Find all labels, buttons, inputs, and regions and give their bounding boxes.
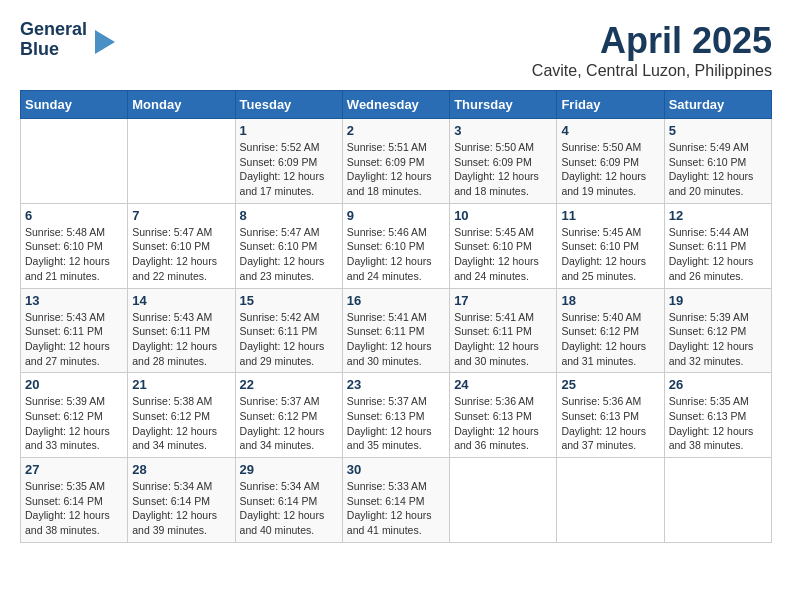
day-info: Sunrise: 5:45 AMSunset: 6:10 PMDaylight:… (561, 225, 659, 284)
calendar-week-row: 13Sunrise: 5:43 AMSunset: 6:11 PMDayligh… (21, 288, 772, 373)
calendar-cell: 25Sunrise: 5:36 AMSunset: 6:13 PMDayligh… (557, 373, 664, 458)
day-number: 10 (454, 208, 552, 223)
calendar-week-row: 1Sunrise: 5:52 AMSunset: 6:09 PMDaylight… (21, 119, 772, 204)
day-number: 11 (561, 208, 659, 223)
day-info: Sunrise: 5:36 AMSunset: 6:13 PMDaylight:… (454, 394, 552, 453)
day-info: Sunrise: 5:41 AMSunset: 6:11 PMDaylight:… (454, 310, 552, 369)
weekday-header: Tuesday (235, 91, 342, 119)
calendar-cell: 21Sunrise: 5:38 AMSunset: 6:12 PMDayligh… (128, 373, 235, 458)
title-area: April 2025 Cavite, Central Luzon, Philip… (532, 20, 772, 80)
day-info: Sunrise: 5:50 AMSunset: 6:09 PMDaylight:… (561, 140, 659, 199)
calendar-cell: 17Sunrise: 5:41 AMSunset: 6:11 PMDayligh… (450, 288, 557, 373)
calendar-cell: 23Sunrise: 5:37 AMSunset: 6:13 PMDayligh… (342, 373, 449, 458)
calendar-cell: 11Sunrise: 5:45 AMSunset: 6:10 PMDayligh… (557, 203, 664, 288)
day-info: Sunrise: 5:39 AMSunset: 6:12 PMDaylight:… (25, 394, 123, 453)
calendar-cell: 4Sunrise: 5:50 AMSunset: 6:09 PMDaylight… (557, 119, 664, 204)
logo-arrow-icon (95, 30, 115, 54)
logo-line2: Blue (20, 40, 87, 60)
day-number: 9 (347, 208, 445, 223)
calendar-cell: 2Sunrise: 5:51 AMSunset: 6:09 PMDaylight… (342, 119, 449, 204)
day-info: Sunrise: 5:34 AMSunset: 6:14 PMDaylight:… (132, 479, 230, 538)
logo: General Blue (20, 20, 115, 60)
day-info: Sunrise: 5:40 AMSunset: 6:12 PMDaylight:… (561, 310, 659, 369)
day-number: 12 (669, 208, 767, 223)
calendar-cell: 29Sunrise: 5:34 AMSunset: 6:14 PMDayligh… (235, 458, 342, 543)
day-number: 19 (669, 293, 767, 308)
calendar-week-row: 20Sunrise: 5:39 AMSunset: 6:12 PMDayligh… (21, 373, 772, 458)
calendar-cell: 14Sunrise: 5:43 AMSunset: 6:11 PMDayligh… (128, 288, 235, 373)
calendar-cell: 26Sunrise: 5:35 AMSunset: 6:13 PMDayligh… (664, 373, 771, 458)
calendar-cell: 3Sunrise: 5:50 AMSunset: 6:09 PMDaylight… (450, 119, 557, 204)
day-info: Sunrise: 5:38 AMSunset: 6:12 PMDaylight:… (132, 394, 230, 453)
day-number: 29 (240, 462, 338, 477)
day-number: 16 (347, 293, 445, 308)
day-number: 22 (240, 377, 338, 392)
day-info: Sunrise: 5:37 AMSunset: 6:12 PMDaylight:… (240, 394, 338, 453)
weekday-header: Saturday (664, 91, 771, 119)
day-info: Sunrise: 5:43 AMSunset: 6:11 PMDaylight:… (132, 310, 230, 369)
calendar-cell: 5Sunrise: 5:49 AMSunset: 6:10 PMDaylight… (664, 119, 771, 204)
calendar-cell: 15Sunrise: 5:42 AMSunset: 6:11 PMDayligh… (235, 288, 342, 373)
day-number: 6 (25, 208, 123, 223)
calendar-cell: 6Sunrise: 5:48 AMSunset: 6:10 PMDaylight… (21, 203, 128, 288)
calendar-cell: 1Sunrise: 5:52 AMSunset: 6:09 PMDaylight… (235, 119, 342, 204)
day-number: 20 (25, 377, 123, 392)
calendar-cell (21, 119, 128, 204)
day-number: 4 (561, 123, 659, 138)
calendar-cell: 18Sunrise: 5:40 AMSunset: 6:12 PMDayligh… (557, 288, 664, 373)
calendar-cell: 9Sunrise: 5:46 AMSunset: 6:10 PMDaylight… (342, 203, 449, 288)
day-info: Sunrise: 5:48 AMSunset: 6:10 PMDaylight:… (25, 225, 123, 284)
logo-line1: General (20, 20, 87, 40)
day-number: 5 (669, 123, 767, 138)
day-number: 15 (240, 293, 338, 308)
weekday-header: Monday (128, 91, 235, 119)
calendar-cell: 28Sunrise: 5:34 AMSunset: 6:14 PMDayligh… (128, 458, 235, 543)
calendar-cell (450, 458, 557, 543)
day-info: Sunrise: 5:41 AMSunset: 6:11 PMDaylight:… (347, 310, 445, 369)
day-info: Sunrise: 5:36 AMSunset: 6:13 PMDaylight:… (561, 394, 659, 453)
calendar-cell: 30Sunrise: 5:33 AMSunset: 6:14 PMDayligh… (342, 458, 449, 543)
day-info: Sunrise: 5:45 AMSunset: 6:10 PMDaylight:… (454, 225, 552, 284)
day-info: Sunrise: 5:35 AMSunset: 6:14 PMDaylight:… (25, 479, 123, 538)
day-number: 13 (25, 293, 123, 308)
day-info: Sunrise: 5:52 AMSunset: 6:09 PMDaylight:… (240, 140, 338, 199)
day-info: Sunrise: 5:34 AMSunset: 6:14 PMDaylight:… (240, 479, 338, 538)
calendar-cell: 10Sunrise: 5:45 AMSunset: 6:10 PMDayligh… (450, 203, 557, 288)
calendar-cell: 19Sunrise: 5:39 AMSunset: 6:12 PMDayligh… (664, 288, 771, 373)
day-info: Sunrise: 5:49 AMSunset: 6:10 PMDaylight:… (669, 140, 767, 199)
calendar-cell: 22Sunrise: 5:37 AMSunset: 6:12 PMDayligh… (235, 373, 342, 458)
calendar-cell (128, 119, 235, 204)
day-number: 17 (454, 293, 552, 308)
day-number: 25 (561, 377, 659, 392)
day-number: 3 (454, 123, 552, 138)
day-info: Sunrise: 5:37 AMSunset: 6:13 PMDaylight:… (347, 394, 445, 453)
calendar-cell: 16Sunrise: 5:41 AMSunset: 6:11 PMDayligh… (342, 288, 449, 373)
day-info: Sunrise: 5:42 AMSunset: 6:11 PMDaylight:… (240, 310, 338, 369)
calendar-cell: 13Sunrise: 5:43 AMSunset: 6:11 PMDayligh… (21, 288, 128, 373)
day-number: 30 (347, 462, 445, 477)
day-info: Sunrise: 5:50 AMSunset: 6:09 PMDaylight:… (454, 140, 552, 199)
weekday-header: Friday (557, 91, 664, 119)
day-number: 27 (25, 462, 123, 477)
calendar-table: SundayMondayTuesdayWednesdayThursdayFrid… (20, 90, 772, 543)
calendar-cell: 7Sunrise: 5:47 AMSunset: 6:10 PMDaylight… (128, 203, 235, 288)
calendar-cell: 20Sunrise: 5:39 AMSunset: 6:12 PMDayligh… (21, 373, 128, 458)
weekday-header: Sunday (21, 91, 128, 119)
weekday-header: Thursday (450, 91, 557, 119)
day-info: Sunrise: 5:47 AMSunset: 6:10 PMDaylight:… (240, 225, 338, 284)
page-title: April 2025 (532, 20, 772, 62)
day-info: Sunrise: 5:39 AMSunset: 6:12 PMDaylight:… (669, 310, 767, 369)
calendar-cell: 24Sunrise: 5:36 AMSunset: 6:13 PMDayligh… (450, 373, 557, 458)
page-subtitle: Cavite, Central Luzon, Philippines (532, 62, 772, 80)
calendar-cell: 27Sunrise: 5:35 AMSunset: 6:14 PMDayligh… (21, 458, 128, 543)
day-number: 2 (347, 123, 445, 138)
day-number: 21 (132, 377, 230, 392)
calendar-week-row: 27Sunrise: 5:35 AMSunset: 6:14 PMDayligh… (21, 458, 772, 543)
calendar-cell (557, 458, 664, 543)
day-info: Sunrise: 5:47 AMSunset: 6:10 PMDaylight:… (132, 225, 230, 284)
day-info: Sunrise: 5:35 AMSunset: 6:13 PMDaylight:… (669, 394, 767, 453)
calendar-week-row: 6Sunrise: 5:48 AMSunset: 6:10 PMDaylight… (21, 203, 772, 288)
day-number: 28 (132, 462, 230, 477)
day-number: 26 (669, 377, 767, 392)
day-info: Sunrise: 5:46 AMSunset: 6:10 PMDaylight:… (347, 225, 445, 284)
